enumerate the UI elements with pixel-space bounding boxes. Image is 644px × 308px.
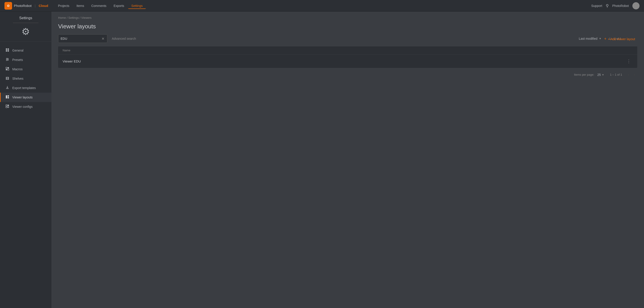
- svg-rect-6: [8, 50, 9, 52]
- search-icon[interactable]: ⚲: [606, 3, 609, 8]
- sidebar-title: Settings: [4, 16, 47, 20]
- avatar[interactable]: [632, 2, 640, 9]
- svg-point-10: [6, 58, 8, 59]
- svg-rect-18: [6, 78, 9, 79]
- sidebar-item-label: Viewer configs: [12, 105, 33, 109]
- svg-rect-14: [8, 67, 9, 69]
- sidebar-item-macros[interactable]: Macros: [0, 64, 52, 74]
- svg-rect-21: [8, 77, 9, 78]
- sidebar-item-viewer-layouts[interactable]: Viewer layouts: [0, 93, 52, 102]
- svg-point-11: [8, 59, 8, 60]
- nav-item-settings[interactable]: Settings: [128, 3, 146, 9]
- items-per-page-select[interactable]: 25 ▼: [596, 73, 605, 77]
- macros-icon: [5, 67, 10, 71]
- logo-icon: [4, 2, 12, 9]
- sidebar-divider: [13, 23, 38, 23]
- sort-caret-icon: ▼: [599, 37, 602, 40]
- items-per-page-caret-icon: ▼: [602, 73, 604, 76]
- nav-item-comments[interactable]: Comments: [88, 3, 110, 9]
- logo-cloud: Cloud: [39, 4, 48, 7]
- general-icon: [5, 48, 10, 53]
- svg-rect-4: [8, 48, 9, 50]
- shelves-icon: [5, 76, 10, 81]
- nav-item-projects[interactable]: Projects: [55, 3, 72, 9]
- svg-rect-24: [6, 88, 9, 89]
- table-header: Name: [58, 46, 637, 54]
- sidebar-item-label: Viewer layouts: [12, 96, 33, 99]
- footer-prev-page-button[interactable]: ‹: [626, 71, 630, 78]
- export-templates-icon: [5, 86, 10, 90]
- settings-gear-icon: ⚙: [4, 26, 47, 37]
- nav-links: Projects Items Comments Exports Settings: [55, 3, 591, 9]
- sort-label: Last modified: [579, 37, 598, 40]
- nav-item-exports[interactable]: Exports: [110, 3, 127, 9]
- svg-rect-17: [6, 77, 9, 77]
- search-input[interactable]: [60, 37, 101, 40]
- row-name: Viewer EDU: [62, 59, 625, 63]
- svg-rect-13: [6, 67, 7, 69]
- breadcrumb: Home / Settings / Viewers: [58, 16, 637, 19]
- sort-dropdown[interactable]: Last modified ▼: [577, 35, 604, 42]
- items-per-page-label: Items per page:: [574, 73, 594, 76]
- svg-rect-16: [8, 69, 9, 70]
- sidebar: Settings ⚙ General: [0, 11, 52, 308]
- sidebar-item-label: Presets: [12, 58, 23, 62]
- main-layout: Settings ⚙ General: [0, 11, 644, 308]
- logo-text: PhotoRobot: [14, 4, 32, 7]
- column-name: Name: [62, 49, 70, 52]
- footer-pagination: Items per page: 25 ▼ 1 – 1 of 1 ‹ ›: [58, 68, 637, 81]
- search-clear-button[interactable]: ✕: [101, 37, 105, 41]
- sidebar-item-viewer-configs[interactable]: Viewer configs: [0, 102, 52, 111]
- sidebar-header: Settings ⚙: [0, 16, 52, 42]
- search-box: ✕: [58, 34, 107, 43]
- sidebar-item-export-templates[interactable]: Export templates: [0, 83, 52, 93]
- nav-right: Support ⚲ PhotoRobot: [591, 2, 640, 9]
- svg-rect-20: [6, 77, 6, 78]
- support-link[interactable]: Support: [591, 4, 602, 7]
- table-row[interactable]: Viewer EDU ⋮: [58, 54, 637, 68]
- plus-icon: +: [604, 37, 607, 41]
- svg-rect-19: [6, 79, 9, 80]
- svg-rect-5: [6, 50, 7, 52]
- viewer-configs-icon: [5, 104, 10, 109]
- presets-icon: [5, 58, 10, 62]
- footer-next-page-button[interactable]: ›: [632, 71, 636, 78]
- sidebar-item-shelves[interactable]: Shelves: [0, 74, 52, 83]
- svg-rect-30: [6, 107, 7, 108]
- svg-rect-3: [6, 48, 7, 50]
- svg-rect-29: [8, 105, 9, 106]
- svg-rect-23: [8, 79, 9, 79]
- content-area: Home / Settings / Viewers Viewer layouts…: [52, 11, 644, 308]
- top-nav: PhotoRobot | Cloud Projects Items Commen…: [0, 0, 644, 11]
- sidebar-item-label: Export templates: [12, 86, 36, 90]
- row-actions-menu[interactable]: ⋮: [625, 58, 633, 64]
- svg-point-12: [6, 60, 7, 61]
- sidebar-item-general[interactable]: General: [0, 46, 52, 55]
- svg-rect-15: [6, 69, 7, 70]
- table-container: Name Viewer EDU ⋮: [58, 46, 637, 68]
- svg-rect-27: [8, 97, 9, 98]
- viewer-layouts-icon: [5, 95, 10, 100]
- nav-username: PhotoRobot: [612, 4, 629, 7]
- sidebar-item-presets[interactable]: Presets: [0, 55, 52, 64]
- footer-pagination-info: 1 – 1 of 1: [607, 73, 625, 76]
- advanced-search-link[interactable]: Advanced search: [110, 37, 138, 40]
- sidebar-item-label: Macros: [12, 67, 22, 71]
- add-button-label: + Add viewer layout: [608, 37, 635, 41]
- page-title: Viewer layouts: [58, 23, 637, 30]
- svg-point-2: [8, 5, 9, 6]
- svg-rect-28: [6, 105, 7, 106]
- logo-area: PhotoRobot | Cloud: [4, 2, 48, 9]
- nav-item-items[interactable]: Items: [73, 3, 87, 9]
- sidebar-item-label: General: [12, 49, 24, 52]
- svg-rect-25: [6, 95, 7, 98]
- svg-rect-22: [6, 79, 6, 79]
- toolbar: ✕ Advanced search Last modified ▼ 1 – 1 …: [58, 34, 637, 43]
- items-per-page-value: 25: [597, 73, 601, 77]
- add-viewer-layout-button[interactable]: + + Add viewer layout: [602, 35, 637, 43]
- logo-divider: |: [35, 4, 36, 7]
- sidebar-nav: General Presets: [0, 44, 52, 113]
- svg-rect-26: [8, 95, 9, 97]
- sidebar-item-label: Shelves: [12, 77, 24, 80]
